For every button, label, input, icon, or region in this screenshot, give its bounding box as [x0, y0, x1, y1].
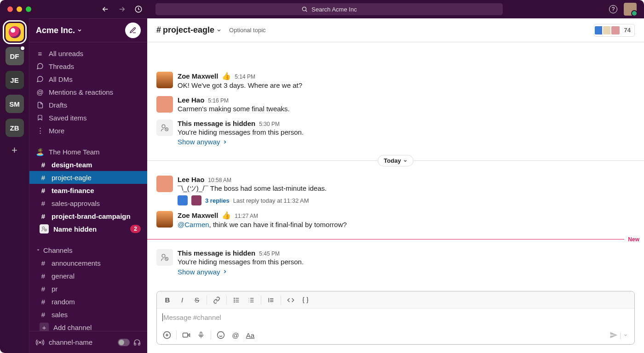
dm-name-hidden[interactable]: Name hidden 2	[29, 222, 147, 235]
sidebar: Acme Inc. ≡All unreads Threads All DMs @…	[29, 18, 147, 353]
date-pill[interactable]: Today	[378, 155, 413, 166]
italic-button[interactable]: I	[175, 293, 189, 307]
timestamp[interactable]: 11:27 AM	[235, 213, 258, 219]
avatar[interactable]	[156, 211, 173, 228]
huddle-toggle[interactable]	[118, 339, 130, 346]
chevron-down-icon	[216, 28, 222, 33]
message[interactable]: Zoe Maxwell👍5:14 PM OK! We've got 3 days…	[147, 69, 644, 93]
emoji-button[interactable]	[214, 328, 228, 342]
message[interactable]: Lee Hao10:58 AM ¯\_(ツ)_/¯ The boss had s…	[147, 173, 644, 208]
section-home-team[interactable]: 🏝️The Home Team	[29, 145, 147, 158]
user-avatar[interactable]	[624, 3, 637, 16]
send-button[interactable]: |	[607, 329, 631, 341]
add-workspace-button[interactable]: +	[12, 144, 17, 156]
channel-topic[interactable]: Optional topic	[229, 27, 266, 34]
minimize-window[interactable]	[17, 6, 22, 12]
message[interactable]: Zoe Maxwell👍11:27 AM @Carmen, think we c…	[147, 208, 644, 233]
channel-project-eagle[interactable]: #project-eagle	[29, 171, 147, 184]
channel-announcements[interactable]: #announcements	[29, 256, 147, 269]
maximize-window[interactable]	[26, 6, 31, 12]
compose-button[interactable]	[125, 23, 141, 38]
hidden-message[interactable]: This message is hidden5:45 PM You're hid…	[147, 246, 644, 279]
workspace-acme[interactable]	[6, 23, 24, 41]
link-button[interactable]	[210, 293, 224, 307]
avatar[interactable]	[156, 176, 173, 192]
section-channels[interactable]: Channels	[29, 244, 147, 256]
chevron-down-icon	[403, 159, 408, 163]
more-icon: ⋮	[36, 126, 44, 135]
timestamp[interactable]: 5:16 PM	[208, 97, 229, 104]
message-input[interactable]: Message #channel	[157, 309, 634, 326]
search-input[interactable]: Search Acme Inc	[155, 3, 503, 15]
nav-all-unreads[interactable]: ≡All unreads	[29, 47, 147, 60]
hidden-text: You're hiding messages from this person.	[178, 127, 635, 137]
workspace-je[interactable]: JE	[6, 71, 24, 89]
nav-threads[interactable]: Threads	[29, 60, 147, 73]
mention-button[interactable]: @	[229, 328, 242, 342]
channel-sales-approvals[interactable]: #sales-approvals	[29, 197, 147, 210]
channel-project-brand-campaign[interactable]: #project-brand-campaign	[29, 210, 147, 222]
nav-mentions[interactable]: @Mentions & reactions	[29, 85, 147, 98]
message[interactable]: Lee Hao5:16 PM Carmen's making some fina…	[147, 93, 644, 117]
show-anyway-link[interactable]: Show anyway	[178, 268, 228, 276]
headphones-icon[interactable]	[133, 339, 141, 346]
history-icon[interactable]	[134, 5, 143, 13]
footer-channel[interactable]: channel-name	[49, 338, 92, 346]
author-name[interactable]: Zoe Maxwell	[178, 72, 218, 80]
channel-pr[interactable]: #pr	[29, 282, 147, 295]
svg-point-12	[234, 298, 235, 298]
show-anyway-link[interactable]: Show anyway	[178, 138, 228, 146]
hash-icon: #	[40, 298, 47, 306]
audio-button[interactable]	[194, 328, 208, 342]
hash-icon: #	[156, 25, 161, 35]
workspace-sm[interactable]: SM	[6, 95, 24, 113]
author-name[interactable]: Lee Hao	[178, 96, 204, 104]
history-back[interactable]	[101, 5, 109, 13]
member-list-button[interactable]: 74	[594, 24, 635, 37]
thread-summary[interactable]: 3 replies Last reply today at 11:32 AM	[178, 195, 635, 205]
workspace-logo-icon	[9, 26, 21, 38]
timestamp[interactable]: 10:58 AM	[208, 177, 231, 183]
channel-general[interactable]: #general	[29, 269, 147, 282]
blockquote-button[interactable]	[264, 293, 278, 307]
avatar[interactable]	[156, 96, 173, 113]
nav-more[interactable]: ⋮More	[29, 124, 147, 137]
attach-button[interactable]	[161, 329, 173, 342]
hidden-message[interactable]: This message is hidden5:30 PM You're hid…	[147, 117, 644, 149]
window-controls	[7, 6, 31, 12]
history-forward[interactable]	[118, 5, 126, 13]
channel-name-button[interactable]: # project-eagle	[156, 25, 222, 35]
timestamp[interactable]: 5:14 PM	[235, 74, 255, 80]
channel-random[interactable]: #random	[29, 295, 147, 308]
channel-design-team[interactable]: #design-team	[29, 158, 147, 171]
codeblock-button[interactable]	[299, 293, 312, 307]
code-button[interactable]	[284, 293, 298, 307]
titlebar: Search Acme Inc ?	[0, 0, 644, 18]
close-window[interactable]	[7, 6, 13, 12]
nav-all-dms[interactable]: All DMs	[29, 73, 147, 85]
workspace-zb[interactable]: ZB	[6, 119, 24, 137]
add-channel-button[interactable]: +Add channel	[29, 321, 147, 331]
ordered-list-button[interactable]	[230, 293, 243, 307]
bullet-list-button[interactable]	[244, 293, 258, 307]
workspace-df[interactable]: DF	[6, 47, 24, 65]
nav-saved[interactable]: Saved items	[29, 111, 147, 124]
author-name[interactable]: Zoe Maxwell	[178, 211, 218, 219]
timestamp[interactable]: 5:30 PM	[259, 121, 280, 127]
mention[interactable]: @Carmen	[178, 221, 209, 228]
avatar[interactable]	[156, 72, 173, 88]
author-name[interactable]: Lee Hao	[178, 176, 204, 183]
bold-button[interactable]: B	[161, 293, 174, 307]
channel-team-finance[interactable]: #team-finance	[29, 184, 147, 197]
hash-icon: #	[40, 259, 47, 267]
video-button[interactable]	[179, 328, 193, 342]
formatting-toggle[interactable]: Aa	[243, 328, 257, 342]
strike-button[interactable]: S	[190, 293, 204, 307]
message-list[interactable]: Zoe Maxwell👍5:14 PM OK! We've got 3 days…	[147, 42, 644, 291]
plus-icon: +	[40, 323, 49, 331]
nav-drafts[interactable]: Drafts	[29, 98, 147, 111]
channel-sales[interactable]: #sales	[29, 308, 147, 321]
workspace-switcher[interactable]: Acme Inc.	[36, 26, 82, 35]
help-icon[interactable]: ?	[609, 5, 617, 13]
timestamp[interactable]: 5:45 PM	[259, 251, 280, 257]
